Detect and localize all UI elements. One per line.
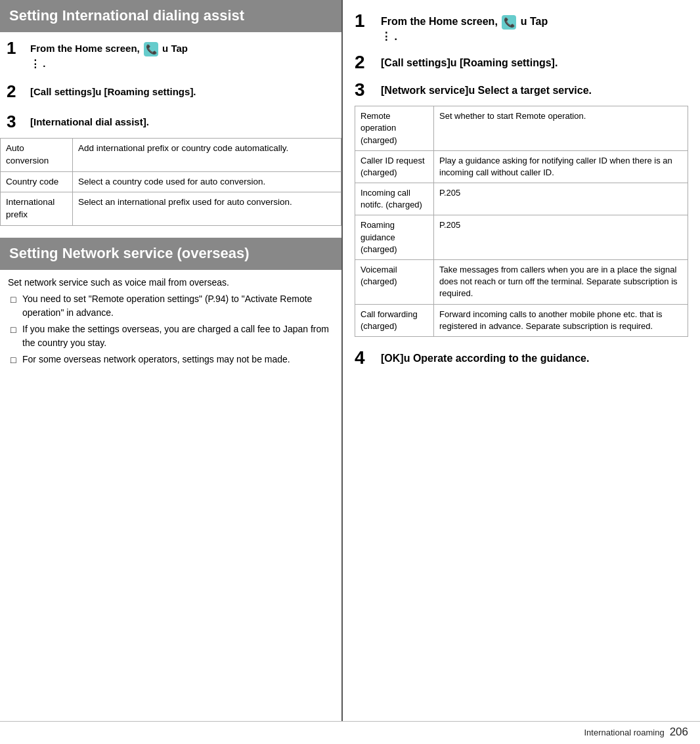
service-desc: P.205 <box>434 183 688 215</box>
bullet-sym-2: □ <box>11 322 22 337</box>
right-column: 1 From the Home screen, u Tap ⋮ . 2 [Cal… <box>343 0 700 721</box>
bullet-text-2: If you make the settings overseas, you a… <box>22 322 334 350</box>
right-step4-text: [OK]u Operate according to the guidance. <box>381 349 589 366</box>
service-label: Roaming guidance (charged) <box>355 215 434 260</box>
right-step1-row: 1 From the Home screen, u Tap ⋮ . <box>355 7 688 48</box>
table-row: Auto conversion Add international prefix… <box>1 138 341 171</box>
table-cell-desc: Select an international prefix used for … <box>73 192 341 226</box>
table-cell-label: International prefix <box>1 192 73 226</box>
page-footer: International roaming 206 <box>0 721 700 744</box>
table-cell-desc: Select a country code used for auto conv… <box>73 171 341 192</box>
phone-icon <box>144 42 158 56</box>
table-cell-label: Country code <box>1 171 73 192</box>
left-step1-num: 1 <box>7 39 30 58</box>
footer-label: International roaming <box>584 728 664 737</box>
service-desc: Set whether to start Remote operation. <box>434 106 688 151</box>
service-label: Incoming call notifc. (charged) <box>355 183 434 215</box>
table-row: Incoming call notifc. (charged) P.205 <box>355 183 688 215</box>
table-cell-desc: Add international prefix or country code… <box>73 138 341 171</box>
left-step2-a: [Call settings] <box>30 86 95 97</box>
bullet-1: □ You need to set "Remote operation sett… <box>8 292 334 320</box>
right-step3-a: [Network service]u Select a target servi… <box>381 85 592 96</box>
right-step1-text: From the Home screen, u Tap ⋮ . <box>381 12 548 44</box>
bullet-3: □ For some overseas network operators, s… <box>8 353 334 367</box>
left-step2-text: [Call settings]u [Roaming settings]. <box>30 82 196 98</box>
left-step1-text: From the Home screen, u Tap ⋮ . <box>30 39 188 70</box>
left-step1-b: u Tap <box>162 43 188 54</box>
left-step2-b: u [ <box>95 86 107 97</box>
left-step3-row: 3 [International dial assist]. <box>0 106 341 137</box>
table-row: Call forwarding (charged) Forward incomi… <box>355 304 688 336</box>
bullet-sym-1: □ <box>11 292 22 307</box>
bullet-sym-3: □ <box>11 353 22 367</box>
table-row: Country code Select a country code used … <box>1 171 341 192</box>
right-step2-row: 2 [Call settings]u [Roaming settings]. <box>355 48 688 76</box>
right-step3-text: [Network service]u Select a target servi… <box>381 81 592 98</box>
left-step2-c: Roaming settings]. <box>108 86 196 97</box>
right-step2-text: [Call settings]u [Roaming settings]. <box>381 53 558 70</box>
right-step4-num: 4 <box>355 349 381 367</box>
service-desc: Take messages from callers when you are … <box>434 260 688 305</box>
section1-title: Setting International dialing assist <box>9 7 244 24</box>
service-table: Remote operation (charged) Set whether t… <box>355 106 688 337</box>
right-step4-row: 4 [OK]u Operate according to the guidanc… <box>355 343 688 371</box>
right-step1-b: u Tap <box>521 16 548 27</box>
left-step3-text: [International dial assist]. <box>30 112 149 129</box>
left-step1-row: 1 From the Home screen, u Tap ⋮ . <box>0 32 341 76</box>
bullet-2: □ If you make the settings overseas, you… <box>8 322 334 350</box>
bullet-text-3: For some overseas network operators, set… <box>22 353 290 366</box>
left-step1-c: ⋮ . <box>30 58 45 69</box>
service-desc: Play a guidance asking for notifying cal… <box>434 150 688 183</box>
right-step2-a: [Call settings]u [Roaming settings]. <box>381 57 558 68</box>
phone-icon-right <box>502 15 516 30</box>
service-label: Call forwarding (charged) <box>355 304 434 336</box>
service-label: Voicemail (charged) <box>355 260 434 305</box>
left-body-text: Set network service such as voice mail f… <box>0 270 341 376</box>
right-step4-content: [OK]u Operate according to the guidance. <box>381 353 589 364</box>
gap <box>0 226 341 238</box>
table-row: Remote operation (charged) Set whether t… <box>355 106 688 151</box>
right-step1-num: 1 <box>355 12 381 30</box>
left-step2-num: 2 <box>7 82 30 101</box>
left-table: Auto conversion Add international prefix… <box>0 138 341 226</box>
bullet-text-1: You need to set "Remote operation settin… <box>22 292 334 320</box>
left-step1-a: From the Home screen, <box>30 43 142 54</box>
service-label: Remote operation (charged) <box>355 106 434 151</box>
body-intro: Set network service such as voice mail f… <box>8 275 334 290</box>
section1-header: Setting International dialing assist <box>0 0 341 32</box>
table-row: Voicemail (charged) Take messages from c… <box>355 260 688 305</box>
table-row: Roaming guidance (charged) P.205 <box>355 215 688 260</box>
right-step1-a: From the Home screen, <box>381 16 500 27</box>
right-step2-num: 2 <box>355 53 381 72</box>
service-label: Caller ID request (charged) <box>355 150 434 183</box>
table-row: Caller ID request (charged) Play a guida… <box>355 150 688 183</box>
left-step3-num: 3 <box>7 112 30 131</box>
right-step1-c: ⋮ . <box>381 31 397 42</box>
service-desc: Forward incoming calls to another mobile… <box>434 304 688 336</box>
table-row: International prefix Select an internati… <box>1 192 341 226</box>
service-desc: P.205 <box>434 215 688 260</box>
right-step3-num: 3 <box>355 81 381 99</box>
footer-page-num: 206 <box>670 726 688 739</box>
section2-title: Setting Network service (overseas) <box>9 245 250 261</box>
table-cell-label: Auto conversion <box>1 138 73 171</box>
left-column: Setting International dialing assist 1 F… <box>0 0 343 721</box>
left-step2-row: 2 [Call settings]u [Roaming settings]. <box>0 76 341 106</box>
left-step3-a: [International dial assist]. <box>30 116 149 127</box>
right-step3-row: 3 [Network service]u Select a target ser… <box>355 76 688 103</box>
section2-header: Setting Network service (overseas) <box>0 238 341 270</box>
